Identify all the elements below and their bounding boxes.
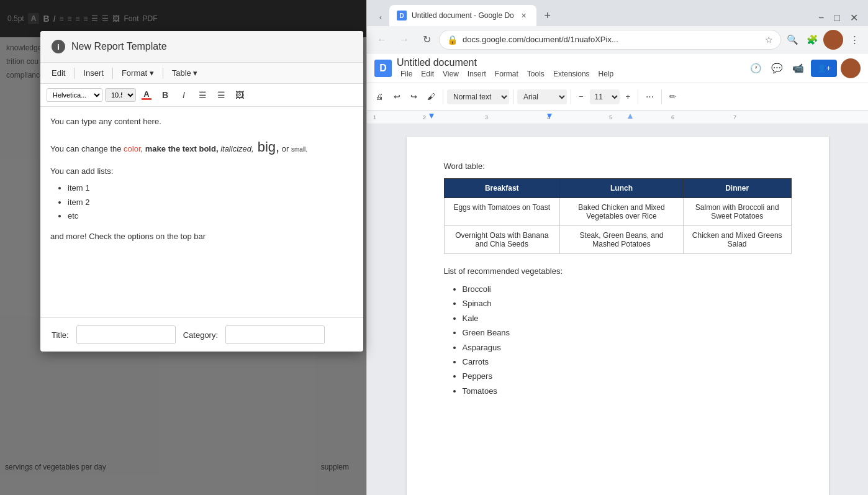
editor-menu-edit[interactable]: Edit (47, 66, 70, 79)
close-button[interactable]: ✕ (850, 12, 858, 24)
menu-extensions[interactable]: Extensions (549, 68, 594, 79)
word-table-label: Word table: (444, 161, 792, 171)
menu-help[interactable]: Help (595, 68, 618, 79)
menu-file[interactable]: File (397, 68, 416, 79)
modal-info-icon: i (52, 40, 65, 53)
paragraph-style-select[interactable]: Normal text Heading 1 Heading 2 (447, 89, 509, 104)
separator-3 (571, 89, 571, 104)
font-size-select[interactable]: 11 (590, 89, 620, 104)
print-icon[interactable]: 🖨 (372, 89, 387, 104)
tab-close-button[interactable]: ✕ (519, 11, 529, 20)
table-header-dinner: Dinner (683, 179, 791, 198)
editor-bold-button[interactable]: B (157, 87, 173, 103)
table-cell-row1-breakfast: Eggs with Tomatoes on Toast (444, 198, 560, 226)
edit-pencil-icon[interactable]: ✏ (666, 89, 680, 104)
title-label: Title: (52, 330, 69, 340)
line2-color-text: color (124, 144, 140, 153)
share-icon[interactable]: 👤+ (811, 60, 837, 77)
bookmark-icon[interactable]: ☆ (765, 35, 773, 45)
modal-footer: Title: Category: (40, 318, 363, 352)
lock-icon: 🔒 (447, 35, 458, 45)
line2-or: or (279, 144, 291, 153)
address-bar[interactable]: 🔒 docs.google.com/document/d/1nuafoXPix.… (439, 30, 781, 50)
editor-list: item 1 item 2 etc (50, 182, 353, 223)
minimize-button[interactable]: − (818, 12, 824, 24)
increase-font-button[interactable]: + (622, 89, 635, 104)
profile-icon[interactable] (823, 30, 843, 50)
menu-tools[interactable]: Tools (523, 68, 548, 79)
editor-menu-table[interactable]: Table ▾ (167, 66, 203, 79)
category-input[interactable] (225, 325, 325, 344)
vegetables-label: List of recommended vegetables: (444, 266, 792, 276)
document-title[interactable]: Untitled document (397, 57, 617, 68)
title-input[interactable] (76, 325, 176, 344)
maximize-button[interactable]: □ (834, 12, 840, 24)
svg-text:1: 1 (373, 114, 376, 120)
list-item: Green Beans (463, 325, 792, 340)
document-area: Word table: Breakfast Lunch Dinner Eggs … (367, 124, 868, 495)
editor-size-select[interactable]: 10.5pt (105, 88, 136, 102)
svg-text:3: 3 (485, 114, 488, 120)
category-label: Category: (183, 330, 218, 340)
svg-text:6: 6 (671, 114, 674, 120)
nav-right-icons: 🔍 🧩 ⋮ (784, 30, 863, 50)
menu-format[interactable]: Format (491, 68, 522, 79)
editor-menu-insert[interactable]: Insert (78, 66, 109, 79)
new-tab-button[interactable]: + (539, 7, 556, 24)
svg-text:5: 5 (609, 114, 612, 120)
comments-icon[interactable]: 💬 (769, 60, 786, 77)
list-item: Broccoli (463, 282, 792, 296)
editor-content-area[interactable]: You can type any content here. You can c… (40, 107, 363, 318)
font-family-select[interactable]: Arial (517, 89, 567, 104)
menu-view[interactable]: View (439, 68, 463, 79)
reload-button[interactable]: ↻ (417, 30, 436, 50)
editor-separator (112, 68, 113, 79)
editor-number-button[interactable]: ☰ (213, 87, 229, 103)
modal-title: New Report Template (71, 41, 167, 52)
active-tab[interactable]: D Untitled document - Google Do ✕ (389, 5, 536, 26)
docs-menu-bar: File Edit View Insert Format Tools Exten… (397, 68, 617, 79)
docs-favicon: D (397, 11, 407, 20)
ruler: 1 2 3 4 5 6 7 (367, 111, 868, 124)
list-item: etc (68, 210, 353, 223)
separator-1 (443, 89, 443, 104)
paint-icon[interactable]: 🖌 (423, 89, 439, 104)
line2-italic-text: italicized, (219, 144, 254, 153)
editor-formatting-bar: Helvetica... 10.5pt A B I ☰ ☰ 🖼 (40, 84, 363, 107)
nav-bar: ← → ↻ 🔒 docs.google.com/document/d/1nuaf… (367, 26, 868, 53)
more-menu-button[interactable]: ⋮ (846, 31, 863, 48)
editor-image-button[interactable]: 🖼 (232, 87, 248, 103)
user-avatar[interactable] (841, 58, 861, 78)
decrease-font-button[interactable]: − (575, 89, 587, 104)
forward-button[interactable]: → (394, 30, 414, 50)
separator-5 (661, 89, 662, 104)
svg-rect-0 (367, 111, 868, 124)
editor-font-select[interactable]: Helvetica... (47, 88, 102, 102)
list-item: Kale (463, 311, 792, 325)
editor-italic-button[interactable]: I (176, 87, 192, 103)
extensions-icon[interactable]: 🧩 (803, 31, 821, 48)
history-icon[interactable]: 🕐 (748, 60, 765, 77)
redo-icon[interactable]: ↪ (407, 89, 421, 104)
meet-icon[interactable]: 📹 (790, 60, 807, 77)
zoom-icon[interactable]: 🔍 (784, 31, 801, 48)
editor-color-button[interactable]: A (138, 87, 155, 103)
menu-edit[interactable]: Edit (417, 68, 438, 79)
undo-icon[interactable]: ↩ (390, 89, 404, 104)
line2-big-text: big, (254, 139, 280, 155)
more-options-button[interactable]: ⋯ (642, 89, 658, 104)
tab-left-arrow[interactable]: ‹ (372, 9, 389, 26)
editor-menu-format[interactable]: Format ▾ (117, 66, 159, 79)
docs-logo-icon: D (374, 60, 392, 77)
document-page: Word table: Breakfast Lunch Dinner Eggs … (407, 137, 829, 495)
editor-menu-bar: Edit Insert Format ▾ Table ▾ (40, 63, 363, 84)
new-report-modal: i New Report Template Edit Insert Format… (40, 31, 363, 352)
separator-4 (638, 89, 638, 104)
meal-table: Breakfast Lunch Dinner Eggs with Tomatoe… (444, 178, 792, 254)
editor-bullet-button[interactable]: ☰ (194, 87, 210, 103)
tab-bar: ‹ D Untitled document - Google Do ✕ + − … (367, 0, 868, 26)
docs-right-icons: 🕐 💬 📹 👤+ (748, 58, 861, 78)
list-item: Peppers (463, 369, 792, 383)
menu-insert[interactable]: Insert (464, 68, 490, 79)
back-button[interactable]: ← (372, 30, 392, 50)
